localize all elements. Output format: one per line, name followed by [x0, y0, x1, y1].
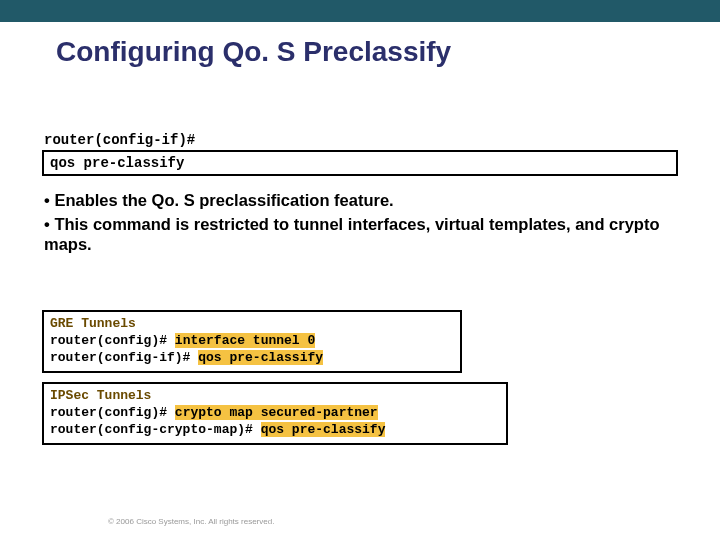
example-label: IPSec Tunnels	[50, 388, 500, 405]
example-command-highlight: crypto map secured-partner	[175, 405, 378, 420]
example-line: router(config-if)# qos pre-classify	[50, 350, 454, 367]
example-prompt: router(config-crypto-map)#	[50, 422, 261, 437]
bullet-item: Enables the Qo. S preclassification feat…	[44, 190, 674, 211]
command-box: qos pre-classify	[42, 150, 678, 176]
example-label: GRE Tunnels	[50, 316, 454, 333]
example-command-highlight: qos pre-classify	[198, 350, 323, 365]
bullet-list: Enables the Qo. S preclassification feat…	[44, 190, 674, 258]
example-command-highlight: qos pre-classify	[261, 422, 386, 437]
command-text: qos pre-classify	[50, 155, 184, 171]
example-command-highlight: interface tunnel 0	[175, 333, 315, 348]
example-line: router(config-crypto-map)# qos pre-class…	[50, 422, 500, 439]
top-accent-bar	[0, 0, 720, 22]
page-title: Configuring Qo. S Preclassify	[56, 36, 451, 68]
example-gre-tunnels: GRE Tunnels router(config)# interface tu…	[42, 310, 462, 373]
example-prompt: router(config)#	[50, 333, 175, 348]
footer-copyright: © 2006 Cisco Systems, Inc. All rights re…	[108, 517, 274, 526]
example-line: router(config)# crypto map secured-partn…	[50, 405, 500, 422]
config-prompt: router(config-if)#	[44, 132, 195, 148]
example-prompt: router(config)#	[50, 405, 175, 420]
example-ipsec-tunnels: IPSec Tunnels router(config)# crypto map…	[42, 382, 508, 445]
slide: Configuring Qo. S Preclassify router(con…	[0, 0, 720, 540]
example-line: router(config)# interface tunnel 0	[50, 333, 454, 350]
example-prompt: router(config-if)#	[50, 350, 198, 365]
bullet-item: This command is restricted to tunnel int…	[44, 214, 674, 255]
